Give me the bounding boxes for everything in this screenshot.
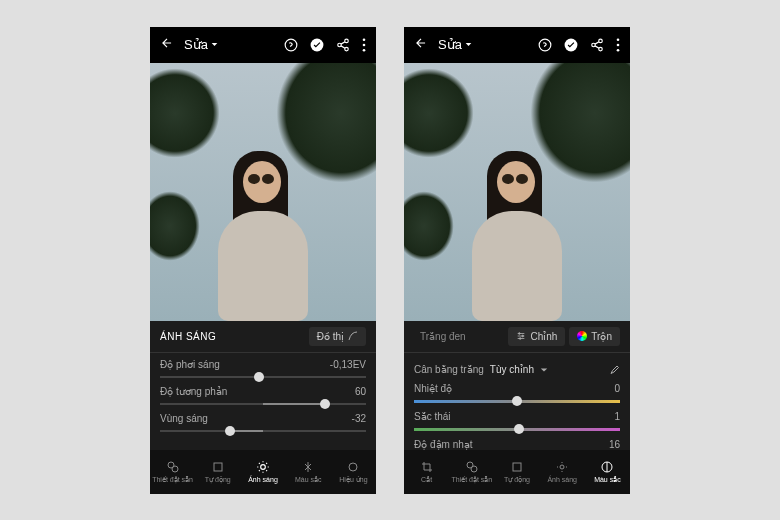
help-icon[interactable] <box>284 38 298 52</box>
svg-point-2 <box>345 39 349 43</box>
tab-presets[interactable]: Thiết đặt sẵn <box>150 460 195 484</box>
slider-vibrance[interactable]: Độ đậm nhạt 16 <box>414 439 620 450</box>
slider-contrast[interactable]: Độ tương phản 60 <box>160 386 366 405</box>
tab-label: Tự động <box>205 476 231 484</box>
svg-point-20 <box>617 48 620 51</box>
slider-tint[interactable]: Sắc thái 1 <box>414 411 620 431</box>
curve-icon <box>348 331 358 341</box>
white-balance-row[interactable]: Cân bằng trắng Tùy chỉnh <box>414 359 620 383</box>
color-panel: Trắng đen Chỉnh Trộn Cân bằng trắng Tùy … <box>404 321 630 450</box>
light-panel: ÁNH SÁNG Đồ thị Độ phơi sáng -0,13EV Độ … <box>150 321 376 450</box>
photo-preview[interactable] <box>150 63 376 321</box>
tab-label: Ánh sáng <box>248 476 278 483</box>
chevron-down-icon <box>211 41 218 48</box>
slider-label: Độ phơi sáng <box>160 359 220 370</box>
page-title[interactable]: Sửa <box>184 37 218 52</box>
svg-point-22 <box>522 335 524 337</box>
topbar: Sửa <box>404 27 630 63</box>
svg-point-18 <box>617 38 620 41</box>
topbar: Sửa <box>150 27 376 63</box>
slider-highlights[interactable]: Vùng sáng -32 <box>160 413 366 432</box>
color-wheel-icon <box>577 331 587 341</box>
tab-light[interactable]: Ánh sáng <box>240 460 285 483</box>
tab-label: Thiết đặt sẵn <box>152 476 193 484</box>
tab-color[interactable]: Màu sắc <box>286 460 331 484</box>
page-title[interactable]: Sửa <box>438 37 472 52</box>
slider-exposure[interactable]: Độ phơi sáng -0,13EV <box>160 359 366 378</box>
adjust-button[interactable]: Chỉnh <box>508 327 565 346</box>
tab-label: Tự động <box>504 476 530 484</box>
slider-label: Nhiệt độ <box>414 383 452 394</box>
svg-point-23 <box>520 338 522 340</box>
sliders-container: Độ phơi sáng -0,13EV Độ tương phản 60 Vù… <box>150 353 376 450</box>
help-icon[interactable] <box>538 38 552 52</box>
tab-effects[interactable]: Hiệu ứng <box>331 460 376 484</box>
curve-button[interactable]: Đồ thị <box>309 327 366 346</box>
adjust-label: Chỉnh <box>530 331 557 342</box>
svg-point-7 <box>363 48 366 51</box>
tab-label: Màu sắc <box>594 476 621 484</box>
auto-icon <box>211 460 225 474</box>
svg-point-19 <box>617 43 620 46</box>
slider-value: 16 <box>609 439 620 450</box>
crop-icon <box>420 460 434 474</box>
presets-icon <box>166 460 180 474</box>
light-icon <box>555 460 569 474</box>
more-icon[interactable] <box>616 38 620 52</box>
phone-left: Sửa ÁNH SÁNG Đồ thị <box>150 27 376 494</box>
tab-color[interactable]: Màu sắc <box>585 460 630 484</box>
bw-button[interactable]: Trắng đen <box>414 327 472 346</box>
svg-point-6 <box>363 43 366 46</box>
tab-presets[interactable]: Thiết đặt sẵn <box>449 460 494 484</box>
eyedropper-icon[interactable] <box>608 363 620 377</box>
tab-light[interactable]: Ánh sáng <box>540 460 585 483</box>
tab-label: Màu sắc <box>295 476 322 484</box>
svg-point-4 <box>345 47 349 51</box>
sliders-icon <box>516 331 526 341</box>
chevron-down-icon <box>465 41 472 48</box>
color-icon <box>600 460 614 474</box>
check-icon[interactable] <box>310 38 324 52</box>
mix-button[interactable]: Trộn <box>569 327 620 346</box>
share-icon[interactable] <box>590 38 604 52</box>
curve-button-label: Đồ thị <box>317 331 344 342</box>
title-text: Sửa <box>438 37 462 52</box>
slider-temperature[interactable]: Nhiệt độ 0 <box>414 383 620 403</box>
slider-label: Độ tương phản <box>160 386 227 397</box>
slider-label: Sắc thái <box>414 411 451 422</box>
slider-value: 0 <box>614 383 620 394</box>
color-icon <box>301 460 315 474</box>
tab-auto[interactable]: Tự động <box>494 460 539 484</box>
tab-auto[interactable]: Tự động <box>195 460 240 484</box>
panel-title: ÁNH SÁNG <box>160 331 216 342</box>
slider-value: 60 <box>355 386 366 397</box>
back-icon[interactable] <box>160 36 174 54</box>
tab-label: Thiết đặt sẵn <box>451 476 492 484</box>
slider-value: -0,13EV <box>330 359 366 370</box>
svg-point-17 <box>599 47 603 51</box>
tab-label: Hiệu ứng <box>339 476 367 484</box>
bottom-tabs: Thiết đặt sẵn Tự động Ánh sáng Màu sắc H… <box>150 450 376 494</box>
light-icon <box>256 460 270 474</box>
bottom-tabs: Cắt Thiết đặt sẵn Tự động Ánh sáng Màu s… <box>404 450 630 494</box>
wb-label: Cân bằng trắng <box>414 364 484 375</box>
svg-point-12 <box>349 463 357 471</box>
svg-point-25 <box>471 466 477 472</box>
svg-point-9 <box>172 466 178 472</box>
wb-value: Tùy chỉnh <box>490 364 534 375</box>
tab-crop[interactable]: Cắt <box>404 460 449 484</box>
svg-point-11 <box>261 465 266 470</box>
tab-label: Cắt <box>421 476 432 484</box>
photo-preview[interactable] <box>404 63 630 321</box>
slider-value: 1 <box>614 411 620 422</box>
back-icon[interactable] <box>414 36 428 54</box>
share-icon[interactable] <box>336 38 350 52</box>
svg-rect-26 <box>513 463 521 471</box>
svg-point-5 <box>363 38 366 41</box>
more-icon[interactable] <box>362 38 366 52</box>
svg-point-3 <box>338 43 342 47</box>
effects-icon <box>346 460 360 474</box>
check-icon[interactable] <box>564 38 578 52</box>
svg-point-21 <box>519 333 521 335</box>
svg-rect-10 <box>214 463 222 471</box>
